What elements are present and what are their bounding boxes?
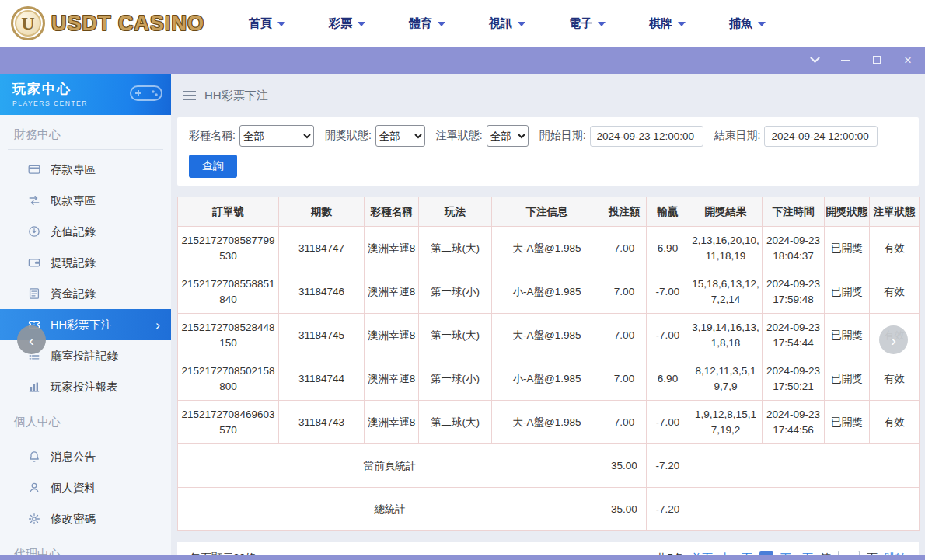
scroll-right-arrow[interactable]: › <box>879 325 908 354</box>
chevron-down-icon <box>278 22 285 26</box>
logo[interactable]: U USDT CASINO <box>11 6 204 40</box>
sidebar-item-recharge-record[interactable]: 充值記錄 <box>0 216 171 247</box>
nav-item-label: 彩票 <box>329 16 352 31</box>
nav-item-home[interactable]: 首頁 <box>249 16 285 31</box>
cell-lottery-name: 澳洲幸運8 <box>365 401 419 444</box>
main-nav: 首頁彩票體育視訊電子棋牌捕魚 <box>249 16 766 31</box>
nav-item-slots[interactable]: 電子 <box>569 16 606 31</box>
cell-bet-status: 有效 <box>870 270 920 314</box>
bell-icon <box>28 450 40 463</box>
summary-empty <box>689 444 920 488</box>
nav-item-sports[interactable]: 體育 <box>409 16 445 31</box>
sidebar-item-label: 玩家投注報表 <box>51 380 118 395</box>
cell-draw-result: 3,19,14,16,13,1,8,18 <box>689 314 763 357</box>
cell-win-loss: -7.00 <box>647 314 689 357</box>
cell-win-loss: -7.00 <box>647 401 689 444</box>
column-header-bet-time: 下注時間 <box>763 197 825 227</box>
column-header-order-no: 訂單號 <box>178 197 279 227</box>
report-icon <box>28 381 40 393</box>
close-icon[interactable]: × <box>902 54 914 67</box>
sidebar-item-withdraw[interactable]: 取款專區 <box>0 185 171 216</box>
logo-emblem-icon: U <box>11 6 45 40</box>
menu-toggle-icon[interactable] <box>183 91 196 100</box>
logo-text: USDT CASINO <box>51 12 204 36</box>
sidebar-item-deposit[interactable]: 存款專區 <box>0 154 171 185</box>
cell-period: 31184746 <box>279 270 365 314</box>
minimize-icon[interactable] <box>839 54 852 67</box>
cell-order-no: 2152172708587799530 <box>178 227 279 270</box>
bet-status-select[interactable]: 全部 <box>487 125 529 147</box>
cell-period: 31184747 <box>279 227 365 270</box>
chevron-down-icon <box>438 22 445 26</box>
page-title: HH彩票下注 <box>204 89 268 103</box>
recharge-icon <box>28 225 40 238</box>
cashout-icon <box>28 256 40 269</box>
sidebar-item-label: 存款專區 <box>51 162 96 177</box>
sidebar-item-change-password[interactable]: 修改密碼 <box>0 503 171 534</box>
lottery-name-label: 彩種名稱: <box>189 129 236 143</box>
sidebar-item-player-bet-report[interactable]: 玩家投注報表 <box>0 371 171 402</box>
bet-status-label: 注單狀態: <box>436 129 483 143</box>
nav-item-label: 捕魚 <box>729 16 752 31</box>
cell-draw-result: 2,13,16,20,10,11,18,19 <box>689 227 763 270</box>
sidebar-item-cashout-record[interactable]: 提現記錄 <box>0 247 171 278</box>
logo-letter: U <box>21 13 34 34</box>
chevron-right-icon: › <box>155 318 160 332</box>
lottery-name-select[interactable]: 全部 <box>239 125 314 147</box>
sidebar-item-profile[interactable]: 個人資料 <box>0 472 171 503</box>
cell-win-loss: -7.00 <box>647 270 689 314</box>
sidebar-item-funds-record[interactable]: 資金記錄 <box>0 278 171 309</box>
end-date-input[interactable] <box>764 126 878 147</box>
cell-bet-amount: 7.00 <box>602 357 647 401</box>
start-date-input[interactable] <box>590 126 703 147</box>
cell-bet-status: 有效 <box>870 401 920 444</box>
cell-draw-status: 已開獎 <box>825 401 870 444</box>
cell-order-no: 2152172708502158800 <box>178 357 279 401</box>
sidebar-item-label: 充值記錄 <box>51 224 96 239</box>
cell-play-type: 第二球(大) <box>419 401 492 444</box>
maximize-icon[interactable] <box>871 54 883 67</box>
bets-table-wrap: 訂單號期數彩種名稱玩法下注信息投注額輸贏開獎結果下注時間開獎狀態注單狀態 215… <box>177 197 919 531</box>
cell-lottery-name: 澳洲幸運8 <box>365 227 419 270</box>
window-titlebar: × <box>0 47 925 74</box>
sidebar-item-label: 廳室投註記錄 <box>51 349 118 363</box>
nav-item-lottery[interactable]: 彩票 <box>329 16 365 31</box>
gear-icon <box>28 513 40 525</box>
cell-bet-info: 大-A盤@1.985 <box>492 314 602 357</box>
cell-draw-status: 已開獎 <box>825 314 870 357</box>
chevron-down-icon <box>758 22 766 26</box>
section-title: 個人中心 <box>8 402 163 437</box>
summary-row: 總統計35.00-7.20 <box>178 488 920 531</box>
summary-row: 當前頁統計35.00-7.20 <box>178 444 920 488</box>
cell-bet-amount: 7.00 <box>602 314 647 357</box>
cell-bet-amount: 7.00 <box>602 270 647 314</box>
column-header-lottery-name: 彩種名稱 <box>365 197 419 227</box>
top-header: U USDT CASINO 首頁彩票體育視訊電子棋牌捕魚 <box>0 0 925 47</box>
cell-play-type: 第一球(小) <box>419 357 492 401</box>
cell-bet-amount: 7.00 <box>602 401 647 444</box>
collapse-chevron-icon[interactable] <box>808 54 821 67</box>
nav-item-cards[interactable]: 棋牌 <box>649 16 686 31</box>
nav-item-video[interactable]: 視訊 <box>489 16 525 31</box>
column-header-bet-info: 下注信息 <box>492 197 602 227</box>
sidebar: 玩家中心 PLAYERS CENTER 財務中心存款專區取款專區充值記錄提現記錄… <box>0 74 171 555</box>
sidebar-item-announcements[interactable]: 消息公告 <box>0 441 171 472</box>
search-button[interactable]: 查詢 <box>189 155 237 178</box>
sidebar-item-label: HH彩票下注 <box>51 318 112 332</box>
cell-lottery-name: 澳洲幸運8 <box>365 357 419 401</box>
draw-status-select[interactable]: 全部 <box>375 125 425 147</box>
cell-draw-status: 已開獎 <box>825 227 870 270</box>
scroll-left-arrow[interactable]: ‹ <box>17 325 46 354</box>
nav-item-fishing[interactable]: 捕魚 <box>729 16 766 31</box>
table-row: 215217270852844815031184745澳洲幸運8第一球(大)大-… <box>178 314 920 357</box>
sidebar-header: 玩家中心 PLAYERS CENTER <box>0 74 171 115</box>
cell-bet-time: 2024-09-23 17:54:44 <box>763 314 825 357</box>
summary-win-loss: -7.20 <box>647 488 689 531</box>
cell-play-type: 第一球(小) <box>419 270 492 314</box>
cell-win-loss: 6.90 <box>647 227 689 270</box>
nav-item-label: 體育 <box>409 16 432 31</box>
summary-label: 當前頁統計 <box>178 444 602 488</box>
sidebar-item-label: 提現記錄 <box>51 256 96 270</box>
table-row: 215217270850215880031184744澳洲幸運8第一球(小)小-… <box>178 357 920 401</box>
cell-bet-info: 小-A盤@1.985 <box>492 270 602 314</box>
